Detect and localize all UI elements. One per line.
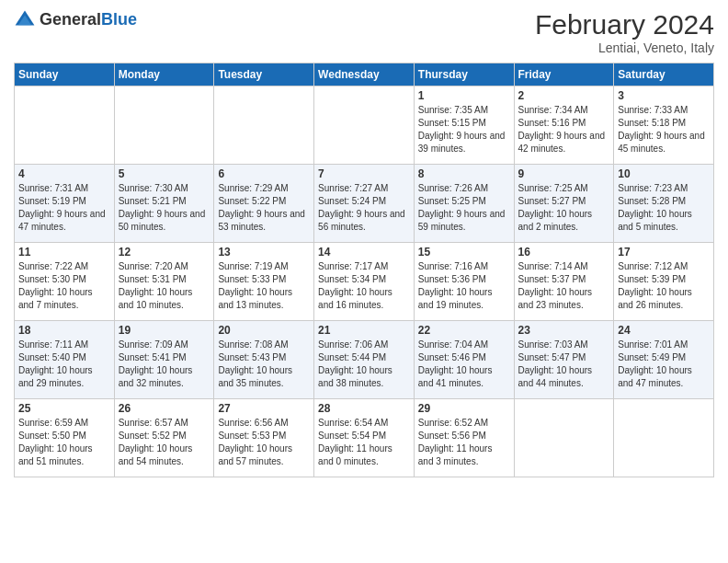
day-cell: 18Sunrise: 7:11 AM Sunset: 5:40 PM Dayli… — [15, 321, 115, 399]
logo-general: General — [40, 10, 101, 29]
day-cell — [15, 86, 115, 165]
day-cell: 4Sunrise: 7:31 AM Sunset: 5:19 PM Daylig… — [15, 165, 115, 243]
col-wednesday: Wednesday — [314, 63, 415, 86]
day-number: 26 — [119, 402, 210, 415]
day-info: Sunrise: 7:34 AM Sunset: 5:16 PM Dayligh… — [518, 104, 610, 155]
week-row-3: 11Sunrise: 7:22 AM Sunset: 5:30 PM Dayli… — [15, 243, 714, 321]
day-info: Sunrise: 7:22 AM Sunset: 5:30 PM Dayligh… — [18, 260, 110, 312]
day-cell: 19Sunrise: 7:09 AM Sunset: 5:41 PM Dayli… — [114, 321, 214, 399]
day-number: 6 — [218, 167, 310, 180]
col-friday: Friday — [514, 63, 614, 86]
week-row-4: 18Sunrise: 7:11 AM Sunset: 5:40 PM Dayli… — [15, 321, 714, 399]
day-cell: 20Sunrise: 7:08 AM Sunset: 5:43 PM Dayli… — [214, 321, 314, 399]
day-info: Sunrise: 7:17 AM Sunset: 5:34 PM Dayligh… — [318, 260, 410, 312]
day-cell: 8Sunrise: 7:26 AM Sunset: 5:25 PM Daylig… — [414, 165, 514, 243]
logo-text: GeneralBlue — [40, 11, 137, 29]
day-info: Sunrise: 7:19 AM Sunset: 5:33 PM Dayligh… — [218, 260, 310, 312]
day-info: Sunrise: 7:08 AM Sunset: 5:43 PM Dayligh… — [218, 339, 310, 390]
day-cell: 16Sunrise: 7:14 AM Sunset: 5:37 PM Dayli… — [514, 243, 614, 321]
day-cell — [114, 86, 214, 165]
logo-icon — [14, 9, 36, 31]
col-thursday: Thursday — [414, 63, 514, 86]
day-number: 9 — [518, 167, 610, 180]
day-cell: 1Sunrise: 7:35 AM Sunset: 5:15 PM Daylig… — [414, 86, 514, 165]
day-info: Sunrise: 7:29 AM Sunset: 5:22 PM Dayligh… — [218, 182, 310, 234]
page-container: GeneralBlue February 2024 Lentiai, Venet… — [0, 0, 728, 487]
day-number: 8 — [418, 167, 510, 180]
day-info: Sunrise: 7:14 AM Sunset: 5:37 PM Dayligh… — [518, 260, 610, 312]
day-info: Sunrise: 7:35 AM Sunset: 5:15 PM Dayligh… — [418, 104, 510, 155]
month-title: February 2024 — [535, 9, 714, 40]
location: Lentiai, Veneto, Italy — [535, 40, 714, 55]
day-cell: 23Sunrise: 7:03 AM Sunset: 5:47 PM Dayli… — [514, 321, 614, 399]
day-number: 21 — [318, 324, 410, 337]
day-number: 25 — [18, 402, 110, 415]
day-number: 15 — [418, 246, 510, 259]
day-info: Sunrise: 6:59 AM Sunset: 5:50 PM Dayligh… — [18, 417, 110, 468]
day-info: Sunrise: 7:01 AM Sunset: 5:49 PM Dayligh… — [618, 339, 710, 390]
header-row: Sunday Monday Tuesday Wednesday Thursday… — [15, 63, 714, 86]
col-saturday: Saturday — [614, 63, 714, 86]
day-info: Sunrise: 6:52 AM Sunset: 5:56 PM Dayligh… — [418, 417, 510, 468]
day-cell: 13Sunrise: 7:19 AM Sunset: 5:33 PM Dayli… — [214, 243, 314, 321]
day-number: 27 — [218, 402, 310, 415]
day-cell: 14Sunrise: 7:17 AM Sunset: 5:34 PM Dayli… — [314, 243, 415, 321]
day-number: 22 — [418, 324, 510, 337]
day-number: 24 — [618, 324, 710, 337]
day-number: 14 — [318, 246, 410, 259]
day-cell: 11Sunrise: 7:22 AM Sunset: 5:30 PM Dayli… — [15, 243, 115, 321]
day-number: 10 — [618, 167, 710, 180]
day-number: 17 — [618, 246, 710, 259]
header: GeneralBlue February 2024 Lentiai, Venet… — [14, 9, 714, 55]
day-number: 4 — [18, 167, 110, 180]
day-cell: 2Sunrise: 7:34 AM Sunset: 5:16 PM Daylig… — [514, 86, 614, 165]
day-number: 5 — [119, 167, 210, 180]
day-info: Sunrise: 7:33 AM Sunset: 5:18 PM Dayligh… — [618, 104, 710, 155]
day-info: Sunrise: 7:04 AM Sunset: 5:46 PM Dayligh… — [418, 339, 510, 390]
day-info: Sunrise: 7:06 AM Sunset: 5:44 PM Dayligh… — [318, 339, 410, 390]
day-info: Sunrise: 6:54 AM Sunset: 5:54 PM Dayligh… — [318, 417, 410, 468]
col-tuesday: Tuesday — [214, 63, 314, 86]
day-info: Sunrise: 7:16 AM Sunset: 5:36 PM Dayligh… — [418, 260, 510, 312]
day-cell — [514, 399, 614, 477]
day-cell: 29Sunrise: 6:52 AM Sunset: 5:56 PM Dayli… — [414, 399, 514, 477]
day-cell: 3Sunrise: 7:33 AM Sunset: 5:18 PM Daylig… — [614, 86, 714, 165]
day-number: 12 — [119, 246, 210, 259]
day-cell: 7Sunrise: 7:27 AM Sunset: 5:24 PM Daylig… — [314, 165, 415, 243]
day-cell — [614, 399, 714, 477]
day-info: Sunrise: 6:56 AM Sunset: 5:53 PM Dayligh… — [218, 417, 310, 468]
col-sunday: Sunday — [15, 63, 115, 86]
logo: GeneralBlue — [14, 9, 137, 31]
week-row-1: 1Sunrise: 7:35 AM Sunset: 5:15 PM Daylig… — [15, 86, 714, 165]
day-info: Sunrise: 7:26 AM Sunset: 5:25 PM Dayligh… — [418, 182, 510, 234]
day-number: 28 — [318, 402, 410, 415]
day-number: 11 — [18, 246, 110, 259]
day-cell: 25Sunrise: 6:59 AM Sunset: 5:50 PM Dayli… — [15, 399, 115, 477]
day-number: 2 — [518, 89, 610, 102]
day-number: 20 — [218, 324, 310, 337]
day-cell: 22Sunrise: 7:04 AM Sunset: 5:46 PM Dayli… — [414, 321, 514, 399]
day-info: Sunrise: 7:11 AM Sunset: 5:40 PM Dayligh… — [18, 339, 110, 390]
day-cell: 24Sunrise: 7:01 AM Sunset: 5:49 PM Dayli… — [614, 321, 714, 399]
day-number: 3 — [618, 89, 710, 102]
day-info: Sunrise: 7:23 AM Sunset: 5:28 PM Dayligh… — [618, 182, 710, 234]
day-number: 7 — [318, 167, 410, 180]
day-info: Sunrise: 6:57 AM Sunset: 5:52 PM Dayligh… — [119, 417, 210, 468]
day-cell — [214, 86, 314, 165]
day-cell: 26Sunrise: 6:57 AM Sunset: 5:52 PM Dayli… — [114, 399, 214, 477]
day-cell: 21Sunrise: 7:06 AM Sunset: 5:44 PM Dayli… — [314, 321, 415, 399]
day-number: 29 — [418, 402, 510, 415]
logo-blue: Blue — [101, 10, 137, 29]
day-cell: 17Sunrise: 7:12 AM Sunset: 5:39 PM Dayli… — [614, 243, 714, 321]
day-number: 16 — [518, 246, 610, 259]
day-cell — [314, 86, 415, 165]
day-number: 18 — [18, 324, 110, 337]
day-number: 19 — [119, 324, 210, 337]
day-number: 23 — [518, 324, 610, 337]
day-info: Sunrise: 7:27 AM Sunset: 5:24 PM Dayligh… — [318, 182, 410, 234]
week-row-2: 4Sunrise: 7:31 AM Sunset: 5:19 PM Daylig… — [15, 165, 714, 243]
day-info: Sunrise: 7:30 AM Sunset: 5:21 PM Dayligh… — [119, 182, 210, 234]
day-cell: 28Sunrise: 6:54 AM Sunset: 5:54 PM Dayli… — [314, 399, 415, 477]
day-cell: 27Sunrise: 6:56 AM Sunset: 5:53 PM Dayli… — [214, 399, 314, 477]
day-cell: 9Sunrise: 7:25 AM Sunset: 5:27 PM Daylig… — [514, 165, 614, 243]
